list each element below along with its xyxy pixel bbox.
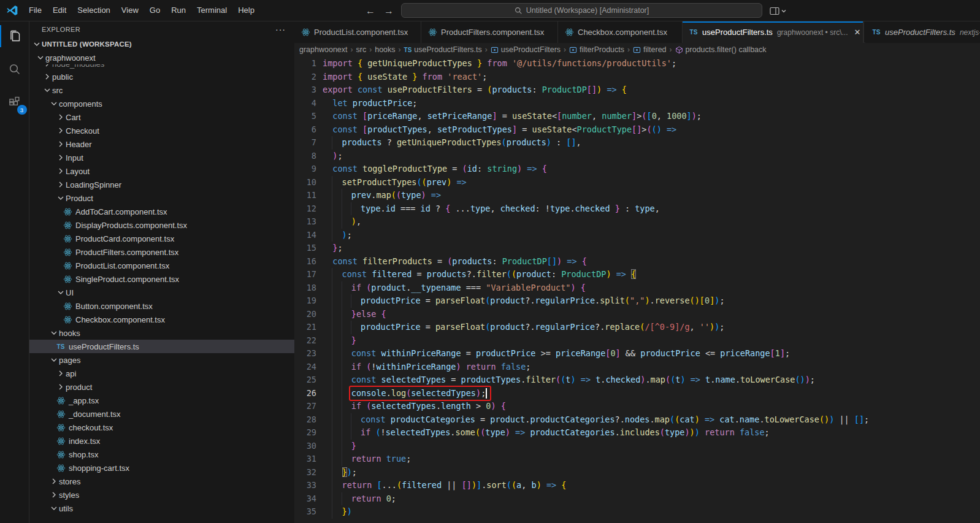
code-line-1[interactable]: 1import { getUniqueProductTypes } from '… (294, 57, 980, 71)
tree-folder-product[interactable]: product (29, 380, 294, 394)
tree-folder-node_modules[interactable]: node_modules (29, 64, 294, 70)
code-line-3[interactable]: 3export const useProductFilters = (produ… (294, 83, 980, 97)
breadcrumb-item[interactable]: src (356, 45, 367, 54)
code-line-6[interactable]: 6const [productTypes, setProductTypes] =… (294, 123, 980, 137)
tree-folder-ui[interactable]: UI (29, 286, 294, 299)
tab-useproductfilters.ts[interactable]: TSuseProductFilters.tsnextjs- (865, 21, 980, 43)
layout-customize-icon[interactable] (770, 7, 779, 15)
menu-terminal[interactable]: Terminal (191, 0, 232, 21)
code-line-29[interactable]: 29if (!selectedTypes.some((type) => prod… (294, 426, 980, 440)
breadcrumb-item[interactable]: hooks (375, 45, 395, 54)
tree-folder-product[interactable]: Product (29, 191, 294, 205)
menu-selection[interactable]: Selection (72, 0, 115, 21)
code-line-4[interactable]: 4let productPrice; (294, 97, 980, 110)
breadcrumb-item[interactable]: graphwoonext (299, 45, 348, 54)
menu-edit[interactable]: Edit (47, 0, 72, 21)
tree-folder-src[interactable]: src (29, 83, 294, 97)
explorer-icon[interactable] (0, 21, 29, 51)
tree-file-addtocart.component.tsx[interactable]: AddToCart.component.tsx (29, 205, 294, 218)
tree-folder-input[interactable]: Input (29, 151, 294, 164)
breadcrumb-item[interactable]: TSuseProductFilters.ts (404, 45, 482, 54)
tree-folder-checkout[interactable]: Checkout (29, 124, 294, 137)
nav-back-icon[interactable]: ← (366, 6, 375, 17)
more-actions-icon[interactable]: ··· (275, 25, 286, 34)
tab-useproductfilters.ts[interactable]: TSuseProductFilters.tsgraphwoonext • src… (683, 21, 863, 43)
code-line-32[interactable]: 32}); (294, 466, 980, 479)
tree-folder-pages[interactable]: pages (29, 353, 294, 367)
tree-file-index.tsx[interactable]: index.tsx (29, 434, 294, 448)
tree-folder-layout[interactable]: Layout (29, 164, 294, 178)
tree-file-checkbox.component.tsx[interactable]: Checkbox.component.tsx (29, 313, 294, 326)
code-line-33[interactable]: 33return [...(filtered || [])].sort((a, … (294, 479, 980, 492)
tree-file-_document.tsx[interactable]: _document.tsx (29, 407, 294, 421)
code-line-35[interactable]: 35}) (294, 505, 980, 519)
code-line-25[interactable]: 25const selectedTypes = productTypes.fil… (294, 373, 980, 387)
code-editor[interactable]: 1import { getUniqueProductTypes } from '… (294, 56, 980, 523)
code-line-23[interactable]: 23const withinPriceRange = productPrice … (294, 347, 980, 361)
workspace-section-header[interactable]: UNTITLED (WORKSPACE) (29, 37, 294, 51)
code-line-7[interactable]: 7products ? getUniqueProductTypes(produc… (294, 136, 980, 150)
tree-file-productlist.component.tsx[interactable]: ProductList.component.tsx (29, 259, 294, 272)
code-line-22[interactable]: 22} (294, 334, 980, 348)
tree-file-button.component.tsx[interactable]: Button.component.tsx (29, 299, 294, 313)
breadcrumb-item[interactable]: filtered (633, 45, 667, 54)
command-center[interactable]: Untitled (Workspace) [Administrator] (401, 3, 762, 18)
code-line-31[interactable]: 31return true; (294, 452, 980, 466)
tree-file-displayproducts.component.tsx[interactable]: DisplayProducts.component.tsx (29, 218, 294, 232)
tree-folder-public[interactable]: public (29, 70, 294, 83)
tree-file-useproductfilters.ts[interactable]: TSuseProductFilters.ts (29, 340, 294, 353)
breadcrumb-item[interactable]: products.filter() callback (675, 45, 767, 54)
tree-folder-components[interactable]: components (29, 97, 294, 110)
code-line-11[interactable]: 11prev.map((type) => (294, 189, 980, 202)
tree-folder-graphwoonext[interactable]: graphwoonext (29, 51, 294, 64)
code-line-24[interactable]: 24if (!withinPriceRange) return false; (294, 361, 980, 374)
code-line-30[interactable]: 30} (294, 440, 980, 453)
code-line-5[interactable]: 5const [priceRange, setPriceRange] = use… (294, 110, 980, 123)
code-line-34[interactable]: 34return 0; (294, 492, 980, 506)
code-line-15[interactable]: 15}; (294, 242, 980, 255)
tree-folder-hooks[interactable]: hooks (29, 326, 294, 340)
code-line-21[interactable]: 21productPrice = parseFloat(product?.reg… (294, 321, 980, 334)
tree-file-checkout.tsx[interactable]: checkout.tsx (29, 421, 294, 434)
code-line-26[interactable]: 26console.log(selectedTypes); (294, 387, 980, 400)
code-line-17[interactable]: 17const filtered = products?.filter((pro… (294, 268, 980, 281)
chevron-down-icon[interactable] (781, 8, 787, 14)
nav-forward-icon[interactable]: → (384, 6, 394, 17)
menu-file[interactable]: File (23, 0, 47, 21)
code-line-9[interactable]: 9const toggleProductType = (id: string) … (294, 162, 980, 176)
tab-checkbox.component.tsx[interactable]: Checkbox.component.tsx (558, 21, 683, 43)
code-line-12[interactable]: 12type.id === id ? { ...type, checked: !… (294, 202, 980, 216)
tree-folder-styles[interactable]: styles (29, 488, 294, 502)
menu-help[interactable]: Help (232, 0, 260, 21)
close-icon[interactable]: ✕ (854, 28, 860, 37)
tree-folder-api[interactable]: api (29, 367, 294, 380)
code-line-10[interactable]: 10setProductTypes((prev) => (294, 176, 980, 189)
tree-file-productfilters.component.tsx[interactable]: ProductFilters.component.tsx (29, 245, 294, 259)
code-line-16[interactable]: 16const filterProducts = (products: Prod… (294, 255, 980, 269)
code-line-18[interactable]: 18if (product.__typename === "VariablePr… (294, 281, 980, 295)
tree-file-singleproduct.component.tsx[interactable]: SingleProduct.component.tsx (29, 272, 294, 286)
tree-folder-cart[interactable]: Cart (29, 110, 294, 124)
tree-file-productcard.component.tsx[interactable]: ProductCard.component.tsx (29, 232, 294, 245)
code-line-20[interactable]: 20}else { (294, 308, 980, 321)
code-line-14[interactable]: 14); (294, 229, 980, 242)
code-line-28[interactable]: 28const productCategories = product.prod… (294, 413, 980, 427)
code-line-8[interactable]: 8); (294, 150, 980, 163)
code-line-2[interactable]: 2import { useState } from 'react'; (294, 71, 980, 84)
tree-file-shop.tsx[interactable]: shop.tsx (29, 448, 294, 461)
tree-folder-header[interactable]: Header (29, 137, 294, 151)
code-line-13[interactable]: 13), (294, 215, 980, 229)
breadcrumb-item[interactable]: useProductFilters (491, 45, 561, 54)
menu-run[interactable]: Run (166, 0, 191, 21)
tree-folder-utils[interactable]: utils (29, 502, 294, 515)
tree-folder-stores[interactable]: stores (29, 475, 294, 488)
menu-view[interactable]: View (116, 0, 144, 21)
tree-file-_app.tsx[interactable]: _app.tsx (29, 394, 294, 407)
search-icon[interactable] (0, 55, 29, 84)
tab-productlist.component.tsx[interactable]: ProductList.component.tsx (294, 21, 421, 43)
tree-folder-loadingspinner[interactable]: LoadingSpinner (29, 178, 294, 191)
breadcrumb-item[interactable]: filterProducts (569, 45, 624, 54)
menu-go[interactable]: Go (144, 0, 166, 21)
extensions-icon[interactable]: 3 (0, 88, 29, 117)
tab-productfilters.component.tsx[interactable]: ProductFilters.component.tsx (421, 21, 558, 43)
